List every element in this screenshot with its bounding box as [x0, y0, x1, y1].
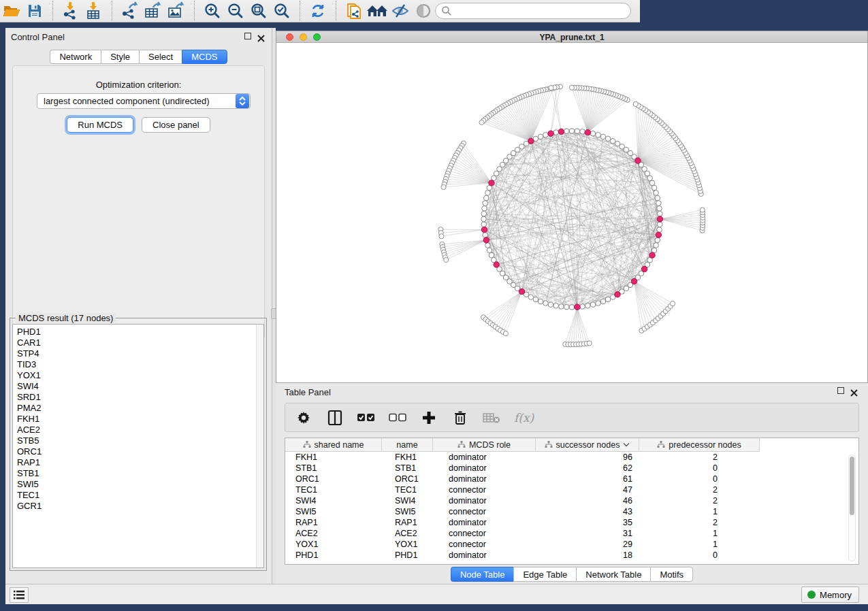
list-item[interactable]: CAR1	[17, 337, 263, 348]
table-cell: SWI5	[285, 506, 382, 517]
split-view-button[interactable]	[326, 409, 344, 427]
tab-node-table[interactable]: Node Table	[451, 567, 514, 582]
tab-edge-table[interactable]: Edge Table	[513, 567, 576, 582]
float-panel-icon[interactable]	[837, 387, 846, 395]
list-item[interactable]: ACE2	[17, 425, 263, 435]
list-item[interactable]: TEC1	[17, 490, 263, 501]
column-header-MCDS-role[interactable]: MCDS role	[433, 438, 536, 451]
network-canvas[interactable]	[276, 43, 867, 382]
hide-selected-button[interactable]	[389, 0, 412, 22]
table-cell: dominator	[433, 452, 536, 463]
list-item[interactable]: STP4	[17, 348, 263, 359]
search-input[interactable]	[435, 3, 631, 19]
export-network-button[interactable]	[118, 0, 142, 22]
zoom-fit-button[interactable]	[247, 0, 270, 22]
zoom-selected-button[interactable]	[270, 0, 293, 22]
add-column-button[interactable]	[420, 409, 438, 427]
table-cell: 0	[639, 550, 760, 561]
table-panel-title: Table Panel	[285, 387, 331, 397]
tab-network[interactable]: Network	[50, 50, 101, 64]
task-history-button[interactable]	[10, 587, 29, 603]
zoom-in-button[interactable]	[201, 0, 224, 22]
column-header-successor-nodes[interactable]: successor nodes	[536, 438, 639, 451]
table-row[interactable]: PHD1PHD1dominator180	[285, 550, 849, 561]
table-row[interactable]: ACE2ACE2connector311	[285, 528, 849, 539]
refresh-view-button[interactable]	[306, 0, 329, 22]
tab-network-table[interactable]: Network Table	[576, 567, 650, 582]
table-row[interactable]: RAP1RAP1dominator352	[285, 517, 849, 528]
optimization-criterion-select[interactable]: largest connected component (undirected)	[37, 93, 251, 109]
refresh-icon	[309, 2, 327, 20]
tab-mcds[interactable]: MCDS	[182, 50, 227, 64]
save-session-button[interactable]	[23, 0, 46, 22]
list-item[interactable]: PHD1	[17, 327, 263, 337]
table-cell: 0	[639, 463, 760, 474]
table-cell: FKH1	[382, 452, 433, 463]
table-row[interactable]: STB1STB1dominator620	[285, 463, 849, 474]
open-folder-icon	[2, 2, 21, 20]
table-row[interactable]: ORC1ORC1dominator610	[285, 474, 849, 484]
tab-motifs[interactable]: Motifs	[650, 567, 693, 582]
list-item[interactable]: SWI5	[17, 479, 263, 490]
open-file-button[interactable]	[0, 0, 23, 22]
export-image-button[interactable]	[165, 0, 188, 22]
clone-network-button[interactable]	[342, 0, 366, 22]
list-item[interactable]: STB1	[17, 468, 263, 479]
optimization-criterion-value: largest connected component (undirected)	[37, 96, 236, 106]
list-item[interactable]: GCR1	[17, 501, 263, 512]
search-icon	[441, 5, 452, 16]
tab-select[interactable]: Select	[139, 50, 182, 64]
export-image-icon	[167, 1, 186, 20]
close-panel-icon[interactable]	[850, 387, 858, 395]
table-row[interactable]: TEC1TEC1connector472	[285, 484, 849, 495]
export-table-button[interactable]	[142, 0, 165, 22]
table-cell: YOX1	[382, 539, 433, 550]
table-cell: connector	[433, 528, 536, 539]
close-panel-button[interactable]: Close panel	[142, 117, 210, 133]
network-window-titlebar[interactable]: YPA_prune.txt_1	[276, 31, 867, 43]
run-mcds-button[interactable]: Run MCDS	[67, 117, 133, 133]
node-table[interactable]: shared namenameMCDS rolesuccessor nodesp…	[285, 437, 859, 565]
deselect-all-button[interactable]	[389, 409, 406, 427]
column-header-predecessor-nodes[interactable]: predecessor nodes	[639, 438, 760, 451]
list-item[interactable]: STB5	[17, 435, 263, 446]
scrollbar-thumb[interactable]	[850, 457, 854, 515]
list-item[interactable]: PMA2	[17, 403, 263, 414]
mcds-result-list[interactable]: PHD1CAR1STP4TID3YOX1SWI4SRD1PMA2FKH1ACE2…	[12, 324, 264, 568]
table-row[interactable]: YOX1YOX1connector291	[285, 539, 849, 550]
table-scrollbar[interactable]	[848, 455, 856, 561]
list-item[interactable]: RAP1	[17, 457, 263, 468]
delete-column-button[interactable]	[451, 409, 469, 427]
delete-table-button-disabled	[483, 409, 500, 427]
table-row[interactable]: SWI5SWI5connector431	[285, 506, 849, 517]
list-icon	[14, 591, 25, 599]
select-all-button[interactable]	[357, 409, 375, 427]
float-panel-icon[interactable]	[244, 33, 253, 41]
open-session-button[interactable]	[366, 0, 389, 22]
list-item[interactable]: ORC1	[17, 446, 263, 457]
table-settings-button[interactable]	[295, 409, 312, 427]
column-header-shared-name[interactable]: shared name	[285, 438, 382, 451]
table-cell: 2	[639, 517, 760, 528]
import-network-button[interactable]	[59, 0, 82, 22]
sort-chevron-icon	[623, 442, 630, 447]
zoom-out-button[interactable]	[224, 0, 247, 22]
list-item[interactable]: YOX1	[17, 370, 263, 381]
import-table-button[interactable]	[82, 0, 106, 22]
list-item[interactable]: FKH1	[17, 414, 263, 425]
list-item[interactable]: SRD1	[17, 392, 263, 403]
mcds-result-group: MCDS result (17 nodes) PHD1CAR1STP4TID3Y…	[10, 318, 267, 571]
list-item[interactable]: TID3	[17, 359, 263, 370]
list-scrollbar[interactable]	[256, 325, 263, 567]
network-graph[interactable]	[276, 43, 867, 382]
table-cell: 35	[536, 517, 639, 528]
table-row[interactable]: FKH1FKH1dominator962	[285, 452, 849, 463]
column-header-name[interactable]: name	[382, 438, 433, 451]
tab-style[interactable]: Style	[101, 50, 139, 64]
show-hidden-button[interactable]	[412, 0, 435, 22]
memory-button[interactable]: Memory	[801, 587, 859, 603]
table-row[interactable]: SWI4SWI4dominator462	[285, 495, 849, 506]
list-item[interactable]: SWI4	[17, 381, 263, 392]
close-panel-icon[interactable]	[257, 33, 266, 41]
eye-disabled-icon	[415, 3, 432, 19]
